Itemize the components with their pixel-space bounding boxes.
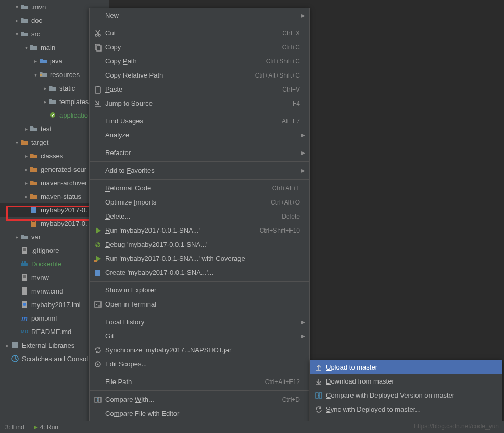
- submenu-item-compare-with-deployed-version-on-master[interactable]: Compare with Deployed Version on master: [310, 388, 502, 402]
- menu-item-create-mybaby2017-0-0-1-sna[interactable]: Create 'mybaby2017-0.0.1-SNA...'...: [90, 265, 309, 279]
- lib-icon: [10, 341, 20, 349]
- menu-item-copy[interactable]: CopyCtrl+C: [90, 40, 309, 54]
- chevron-down-icon[interactable]: ▾: [14, 4, 20, 10]
- cover-icon: [93, 254, 103, 263]
- menu-item-optimize-imports[interactable]: Optimize ImportsCtrl+Alt+O: [90, 195, 309, 209]
- chevron-right-icon[interactable]: ▸: [23, 153, 29, 159]
- menu-item-shortcut: Ctrl+X: [282, 30, 300, 37]
- chevron-down-icon[interactable]: ▾: [14, 139, 20, 145]
- download-icon: [313, 377, 324, 386]
- menu-item-shortcut: Alt+F7: [282, 118, 300, 125]
- status-find[interactable]: 3: Find: [5, 424, 24, 431]
- watermark: https://blog.csdn.net/code_yun: [414, 423, 499, 430]
- menu-separator: [90, 373, 309, 373]
- svg-rect-12: [22, 261, 23, 263]
- menu-item-compare-with[interactable]: Compare With...Ctrl+D: [90, 392, 309, 406]
- menu-item-add-to-favorites[interactable]: Add to Favorites▶: [90, 163, 309, 177]
- folder-res-icon: [39, 70, 48, 79]
- term-icon: [93, 300, 103, 309]
- tree-item-label: generated-sour: [41, 165, 86, 173]
- menu-item-file-path[interactable]: File PathCtrl+Alt+F12: [90, 375, 309, 389]
- jump-icon: [93, 99, 103, 108]
- menu-item-git[interactable]: Git▶: [90, 329, 309, 343]
- menu-item-run-mybaby2017-0-0-1-sna[interactable]: Run 'mybaby2017-0.0.1-SNA...'Ctrl+Shift+…: [90, 223, 309, 237]
- chevron-right-icon[interactable]: ▸: [42, 99, 48, 105]
- tree-item-label: doc: [31, 17, 42, 24]
- tree-item-label: resources: [50, 71, 80, 79]
- menu-item-refactor[interactable]: Refactor▶: [90, 146, 309, 160]
- svg-rect-0: [40, 74, 42, 76]
- scope-icon: [93, 360, 103, 368]
- menu-item-label: Copy: [105, 43, 282, 51]
- svg-rect-25: [14, 342, 16, 348]
- menu-item-analyze[interactable]: Analyze▶: [90, 128, 309, 142]
- submenu-arrow-icon: ▶: [300, 319, 305, 325]
- menu-item-new[interactable]: New▶: [90, 8, 309, 22]
- menu-item-edit-scopes[interactable]: Edit Scopes...: [90, 357, 309, 371]
- svg-rect-13: [24, 261, 26, 263]
- blank-icon: [93, 332, 103, 340]
- chevron-right-icon[interactable]: ▸: [23, 167, 29, 172]
- menu-item-jump-to-source[interactable]: Jump to SourceF4: [90, 96, 309, 110]
- chevron-down-icon[interactable]: ▾: [23, 45, 29, 50]
- submenu-arrow-icon: ▶: [300, 168, 305, 173]
- blank-icon: [93, 167, 103, 175]
- blank-icon: [93, 286, 103, 295]
- menu-item-label: Run 'mybaby2017-0.0.1-SNA...' with Cover…: [105, 254, 300, 262]
- menu-item-shortcut: Ctrl+Alt+L: [272, 185, 300, 192]
- svg-rect-20: [23, 290, 26, 290]
- svg-rect-33: [97, 86, 99, 87]
- folder-icon: [29, 43, 39, 52]
- chevron-right-icon[interactable]: ▸: [4, 342, 10, 348]
- iml-icon: [20, 300, 29, 309]
- submenu-arrow-icon: ▶: [300, 132, 305, 138]
- submenu-item-sync-with-deployed-to-master[interactable]: Sync with Deployed to master...: [310, 402, 502, 416]
- menu-item-run-mybaby2017-0-0-1-sna-with-coverage[interactable]: Run 'mybaby2017-0.0.1-SNA...' with Cover…: [90, 251, 309, 265]
- svg-rect-43: [319, 393, 322, 398]
- pom-icon: m: [20, 314, 29, 322]
- submenu-arrow-icon: ▶: [300, 12, 305, 18]
- menu-item-show-in-explorer[interactable]: Show in Explorer: [90, 283, 309, 297]
- chevron-right-icon[interactable]: ▸: [23, 126, 29, 132]
- chevron-right-icon[interactable]: ▸: [14, 18, 20, 23]
- menu-item-shortcut: Ctrl+Alt+F12: [265, 378, 300, 386]
- blank-icon: [93, 57, 103, 66]
- chevron-right-icon[interactable]: ▸: [32, 58, 39, 64]
- svg-rect-36: [95, 270, 100, 276]
- tree-item-label: maven-status: [41, 193, 81, 200]
- status-run[interactable]: ▶4: Run: [34, 424, 58, 431]
- menu-separator: [90, 179, 309, 180]
- menu-item-compare-file-with-editor[interactable]: Compare File with Editor: [90, 406, 309, 421]
- menu-item-find-usages[interactable]: Find UsagesAlt+F7: [90, 114, 309, 128]
- menu-item-debug-mybaby2017-0-0-1-sna[interactable]: Debug 'mybaby2017-0.0.1-SNA...': [90, 237, 309, 251]
- menu-separator: [90, 313, 309, 313]
- menu-item-paste[interactable]: PasteCtrl+V: [90, 82, 309, 96]
- chevron-down-icon[interactable]: ▾: [32, 72, 39, 78]
- svg-rect-2: [31, 207, 36, 213]
- menu-item-copy-path[interactable]: Copy PathCtrl+Shift+C: [90, 54, 309, 68]
- svg-rect-19: [23, 289, 26, 289]
- menu-item-shortcut: Delete: [282, 213, 300, 220]
- menu-item-local-history[interactable]: Local History▶: [90, 315, 309, 329]
- menu-item-copy-relative-path[interactable]: Copy Relative PathCtrl+Alt+Shift+C: [90, 68, 309, 82]
- menu-item-label: Cut: [105, 29, 282, 37]
- chevron-right-icon[interactable]: ▸: [42, 85, 48, 91]
- chevron-right-icon[interactable]: ▸: [23, 180, 29, 186]
- menu-item-cut[interactable]: CutCtrl+X: [90, 26, 309, 40]
- chevron-right-icon[interactable]: ▸: [23, 194, 29, 199]
- menu-item-label: Copy Relative Path: [105, 71, 255, 79]
- menu-item-delete[interactable]: Delete...Delete: [90, 209, 309, 223]
- menu-separator: [90, 144, 309, 144]
- chevron-down-icon[interactable]: ▾: [14, 31, 20, 37]
- submenu-item-download-from-master[interactable]: Download from master: [310, 374, 502, 388]
- chevron-right-icon[interactable]: ▸: [14, 234, 20, 240]
- file-icon: [20, 273, 29, 282]
- tree-item-label: templates: [59, 98, 89, 106]
- tree-item-label: mvnw: [31, 274, 49, 282]
- context-menu: New▶CutCtrl+XCopyCtrl+CCopy PathCtrl+Shi…: [89, 8, 310, 433]
- menu-item-reformat-code[interactable]: Reformat CodeCtrl+Alt+L: [90, 181, 309, 195]
- blank-icon: [93, 212, 103, 221]
- submenu-item-upload-to-master[interactable]: Upload to master: [310, 360, 502, 374]
- menu-item-open-in-terminal[interactable]: Open in Terminal: [90, 297, 309, 311]
- menu-item-synchronize-mybaby2017-napshot-jar[interactable]: Synchronize 'mybaby2017...NAPSHOT.jar': [90, 343, 309, 357]
